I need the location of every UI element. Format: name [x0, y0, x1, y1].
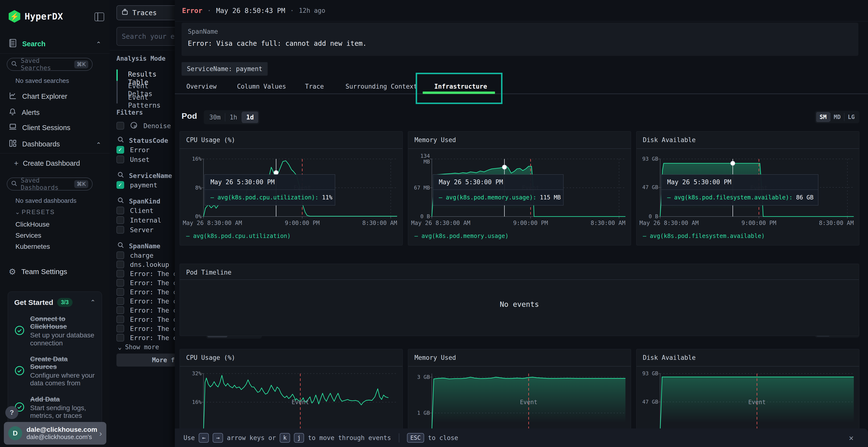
preset-item-services[interactable]: Services: [16, 232, 41, 239]
get-started-item-subtitle: Set up your database connection: [30, 332, 95, 347]
chevron-up-icon[interactable]: ⌃: [96, 40, 101, 48]
filter-option[interactable]: Server: [117, 226, 154, 234]
source-select-traces[interactable]: Traces: [117, 5, 175, 20]
filter-option[interactable]: Client: [117, 207, 154, 214]
search-icon[interactable]: [117, 136, 124, 144]
get-started-item[interactable]: Create Data SourcesConfigure where your …: [14, 355, 95, 387]
more-filters-button[interactable]: More fil: [117, 353, 175, 367]
filter-option[interactable]: payment: [117, 181, 157, 189]
user-menu[interactable]: D dale@clickhouse.com dale@clickhouse.co…: [4, 422, 106, 445]
tooltip-time: May 26 5:30:00 PM: [661, 175, 818, 190]
filter-checkbox[interactable]: [117, 156, 124, 163]
filter-option[interactable]: Error: The cr: [117, 270, 175, 277]
event-search-input[interactable]: Search your ev: [117, 27, 175, 46]
legend-dash: —: [439, 194, 446, 201]
filter-option[interactable]: dns.lookup: [117, 261, 169, 268]
show-more-button[interactable]: ⌄Show more: [118, 343, 159, 351]
filter-option[interactable]: Error: The cr: [117, 297, 175, 305]
filter-option[interactable]: Error: [117, 146, 150, 153]
sidebar-item-client-sessions[interactable]: Client Sessions: [9, 123, 70, 132]
y-axis-tick: 8%: [181, 185, 202, 191]
shortcut-badge: ⌘K: [74, 180, 88, 188]
filter-checkbox[interactable]: [117, 261, 124, 268]
filter-option[interactable]: Error: The cr: [117, 325, 175, 332]
chevron-up-icon[interactable]: ⌃: [90, 299, 95, 306]
analysis-mode-header: Analysis Mode: [117, 55, 166, 62]
range-button-1d[interactable]: 1d: [242, 111, 258, 123]
filter-checkbox[interactable]: [117, 334, 124, 342]
span-error-message: Error: Visa cache full: cannot add new i…: [188, 39, 367, 47]
tab-surrounding-context[interactable]: Surrounding Context: [345, 79, 417, 94]
filter-checkbox[interactable]: [117, 146, 124, 153]
x-axis-tick: May 26 8:30:00 AM: [183, 220, 242, 227]
sidebar-item-label: Client Sessions: [22, 124, 70, 132]
filter-option[interactable]: Error: The cr: [117, 288, 175, 296]
chart-plot-area[interactable]: EventMay 26 5:30:00 PM— avg(k8s.pod.memo…: [432, 159, 625, 216]
tab-overview[interactable]: Overview: [186, 79, 217, 94]
analysis-mode-event-patterns[interactable]: Event Patterns: [128, 94, 175, 109]
sidebar-collapse-icon[interactable]: [94, 12, 104, 21]
preset-item-clickhouse[interactable]: ClickHouse: [16, 220, 50, 228]
range-button-1h[interactable]: 1h: [225, 111, 241, 123]
filter-option[interactable]: charge: [117, 251, 154, 259]
check-circle-icon: [14, 325, 25, 337]
filter-option[interactable]: Error: The cr: [117, 306, 175, 314]
service-name-chip[interactable]: ServiceName: payment: [182, 62, 268, 76]
sidebar-item-alerts[interactable]: Alerts: [9, 108, 39, 117]
filter-checkbox[interactable]: [117, 306, 124, 314]
filter-checkbox[interactable]: [117, 181, 124, 189]
get-started-item[interactable]: Connect to ClickHouseSet up your databas…: [14, 315, 95, 347]
chart-plot-area[interactable]: Event: [660, 374, 854, 431]
saved-dashboards-input[interactable]: Saved Dashboards ⌘K: [7, 177, 93, 191]
sidebar-item-search[interactable]: Search: [9, 38, 45, 49]
get-started-item[interactable]: Add DataStart sending logs, metrics, or …: [14, 396, 95, 420]
size-button-lg[interactable]: LG: [844, 112, 858, 122]
search-icon[interactable]: [117, 197, 124, 205]
range-button-30m[interactable]: 30m: [205, 111, 225, 123]
chart-tooltip: May 26 5:30:00 PM— avg(k8s.pod.filesyste…: [661, 174, 818, 205]
filter-option[interactable]: Unset: [117, 156, 150, 163]
chart-plot-area[interactable]: EventMay 26 5:30:00 PM— avg(k8s.pod.file…: [660, 159, 854, 216]
sidebar-item-team-settings[interactable]: ⚙ Team Settings: [9, 267, 67, 276]
filter-option[interactable]: Error: The cr: [117, 334, 175, 342]
search-icon[interactable]: [117, 242, 124, 250]
filter-checkbox[interactable]: [117, 279, 124, 286]
filter-checkbox[interactable]: [117, 216, 124, 224]
size-button-md[interactable]: MD: [830, 112, 844, 122]
presets-header[interactable]: ⌄ PRESETS: [15, 209, 55, 215]
filter-option[interactable]: Error: The cr: [117, 315, 175, 323]
filter-checkbox[interactable]: [117, 251, 124, 259]
filter-checkbox[interactable]: [117, 325, 124, 332]
search-icon[interactable]: [117, 171, 124, 180]
filter-option[interactable]: Error: The cr: [117, 279, 175, 286]
close-icon[interactable]: ✕: [849, 433, 854, 442]
filter-checkbox[interactable]: [117, 226, 124, 234]
tab-trace[interactable]: Trace: [305, 79, 324, 94]
denoise-filter[interactable]: Denoise Re: [117, 122, 175, 130]
size-button-sm[interactable]: SM: [816, 112, 830, 122]
create-dashboard-button[interactable]: + Create Dashboard: [14, 159, 80, 168]
no-saved-searches: No saved searches: [16, 77, 69, 84]
filter-checkbox[interactable]: [117, 315, 124, 323]
help-button[interactable]: ?: [5, 406, 18, 419]
event-marker-label: Event: [520, 399, 537, 406]
sidebar-item-label: Search: [22, 40, 45, 48]
filter-option[interactable]: Internal: [117, 216, 161, 224]
filter-checkbox[interactable]: [117, 270, 124, 277]
chart-plot-area[interactable]: Event: [432, 374, 625, 431]
preset-item-kubernetes[interactable]: Kubernetes: [16, 243, 50, 250]
filter-checkbox[interactable]: [117, 297, 124, 305]
sidebar-item-chart-explorer[interactable]: Chart Explorer: [9, 92, 67, 101]
brand: ⚡ HyperDX: [9, 10, 63, 23]
saved-searches-input[interactable]: Saved Searches ⌘K: [7, 58, 93, 71]
filter-group-header-spanname: SpanName: [117, 242, 160, 250]
filter-checkbox[interactable]: [117, 207, 124, 214]
filter-checkbox[interactable]: [117, 288, 124, 296]
y-axis-tick: 16%: [181, 399, 202, 405]
chart-plot-area[interactable]: Event: [204, 374, 397, 431]
chevron-up-icon[interactable]: ⌃: [96, 141, 101, 148]
chart-plot-area[interactable]: EventMay 26 5:30:00 PM— avg(k8s.pod.cpu.…: [204, 159, 397, 216]
denoise-checkbox[interactable]: [117, 122, 124, 130]
sidebar-item-dashboards[interactable]: Dashboards: [9, 139, 60, 149]
tab-column-values[interactable]: Column Values: [237, 79, 286, 94]
